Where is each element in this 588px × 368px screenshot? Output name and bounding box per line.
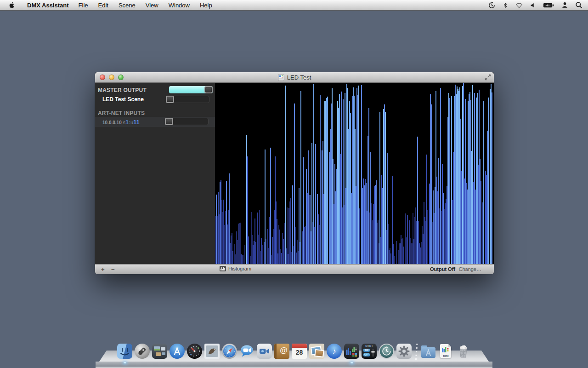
dock-item-finder[interactable]	[117, 344, 132, 359]
histogram-canvas	[215, 83, 494, 264]
histogram-bar	[396, 241, 397, 264]
spotlight-icon[interactable]	[575, 1, 582, 9]
window-toolbar: + − Histogram Output Off Change…	[95, 264, 494, 274]
dock-item-dmx-assistant[interactable]	[344, 344, 359, 359]
dock-item-facetime[interactable]	[257, 344, 272, 359]
menu-edit[interactable]: Edit	[93, 2, 113, 9]
mail-eagle-icon	[204, 344, 220, 359]
dock-item-app-store[interactable]	[170, 344, 185, 359]
dock-item-applications-folder[interactable]	[421, 344, 436, 359]
fullscreen-icon[interactable]	[485, 74, 491, 80]
safari-compass-icon	[222, 344, 237, 359]
dock-item-dashboard[interactable]	[187, 344, 202, 359]
artnet-input-label: 10.0.0.10 s1:u11	[102, 119, 140, 126]
menu-help[interactable]: Help	[195, 2, 217, 9]
dock-item-mission-control[interactable]	[152, 344, 167, 359]
histogram-bar	[394, 256, 395, 264]
ichat-bubble-icon	[239, 344, 254, 359]
artnet-slider-knob[interactable]	[165, 118, 173, 125]
mission-control-icon	[152, 344, 167, 359]
dock-item-trash[interactable]	[456, 344, 471, 359]
apple-menu[interactable]	[8, 1, 15, 9]
led-test-window: LED Test MASTER OUTPUT LED Test Scene	[95, 72, 494, 274]
artnet-universe: 11	[133, 119, 140, 126]
master-output-label: MASTER OUTPUT	[98, 87, 147, 93]
histogram-bar	[300, 91, 301, 264]
change-button[interactable]: Change…	[458, 266, 481, 272]
histogram-bar	[320, 95, 321, 264]
histogram-bar	[243, 255, 243, 264]
histogram-bar	[492, 92, 492, 264]
histogram-bar	[488, 98, 489, 264]
dock-item-ichat[interactable]	[239, 344, 254, 359]
histogram-bar	[244, 245, 245, 264]
histogram-bar	[403, 247, 404, 264]
volume-icon[interactable]	[530, 2, 536, 9]
dock-shelf-front	[96, 362, 492, 367]
sidebar: MASTER OUTPUT LED Test Scene ART-NET INP…	[95, 83, 215, 264]
menu-file[interactable]: File	[74, 2, 93, 9]
dashboard-gauge-icon	[187, 344, 202, 359]
artnet-input-row[interactable]: 10.0.0.10 s1:u11	[95, 117, 215, 127]
dock-item-system-preferences[interactable]	[396, 344, 412, 359]
desktop: DMX Assistant File Edit Scene View Windo…	[0, 0, 588, 368]
histogram-bar	[270, 148, 271, 264]
master-output-slider[interactable]	[169, 86, 213, 93]
gear-icon	[396, 344, 412, 359]
app-store-icon	[170, 344, 185, 359]
dock-item-safari[interactable]	[222, 344, 237, 359]
dock-item-launchpad[interactable]	[135, 344, 150, 359]
histogram-bar	[262, 245, 263, 264]
dock: @ 28 ♪	[0, 336, 588, 368]
menu-scene[interactable]: Scene	[113, 2, 141, 9]
zoom-button[interactable]	[118, 75, 124, 80]
menu-view[interactable]: View	[141, 2, 164, 9]
minimize-button[interactable]	[109, 75, 114, 80]
trash-icon	[456, 344, 471, 359]
facetime-camera-icon	[257, 344, 272, 359]
dock-item-time-machine[interactable]	[379, 344, 394, 359]
histogram-bar	[427, 210, 428, 264]
dmx-document-label: DMX	[438, 355, 453, 357]
midi-label: MIDI	[362, 345, 377, 347]
histogram-bar	[232, 251, 233, 264]
histogram-bar	[255, 242, 256, 264]
dock-item-dmx-document[interactable]: DMX	[438, 344, 453, 359]
master-output-knob[interactable]	[204, 86, 213, 93]
output-status: Output Off	[430, 266, 455, 272]
histogram-bar	[266, 239, 266, 264]
close-button[interactable]	[100, 75, 105, 80]
time-machine-icon[interactable]	[488, 1, 496, 9]
add-button[interactable]: +	[101, 266, 105, 273]
histogram-bar	[407, 215, 408, 264]
dock-item-address-book[interactable]: @	[274, 344, 289, 359]
applications-a-icon	[421, 344, 436, 359]
apple-icon	[8, 1, 15, 9]
ical-header	[292, 344, 307, 348]
title-bar[interactable]: LED Test	[95, 72, 494, 83]
scene-slider-knob[interactable]	[166, 96, 174, 103]
menu-window[interactable]: Window	[164, 2, 195, 9]
address-book-at-glyph: @	[278, 346, 289, 355]
finder-icon	[117, 344, 132, 359]
bluetooth-icon[interactable]	[503, 1, 508, 9]
dock-item-photo-booth[interactable]	[309, 344, 324, 359]
histogram-icon	[220, 266, 226, 271]
menu-app-name[interactable]: DMX Assistant	[23, 2, 74, 9]
user-icon[interactable]	[561, 1, 568, 9]
artnet-slider[interactable]	[165, 118, 209, 125]
document-icon	[278, 74, 284, 81]
scene-slider[interactable]	[166, 96, 209, 103]
remove-button[interactable]: −	[111, 266, 115, 273]
wifi-icon[interactable]	[515, 1, 523, 9]
view-mode-control[interactable]: Histogram	[220, 266, 251, 271]
dock-item-itunes[interactable]: ♪	[327, 344, 342, 359]
battery-icon[interactable]	[543, 2, 554, 9]
artnet-inputs-header: ART-NET INPUTS	[98, 110, 145, 116]
dock-item-ical[interactable]: 28	[292, 344, 307, 359]
dock-separator	[414, 344, 418, 359]
dock-item-mail[interactable]	[204, 344, 220, 359]
dock-item-midi-controls[interactable]: MIDI ON OFF	[362, 344, 377, 359]
dmx-assistant-icon	[344, 344, 359, 359]
histogram-bar	[285, 86, 286, 264]
